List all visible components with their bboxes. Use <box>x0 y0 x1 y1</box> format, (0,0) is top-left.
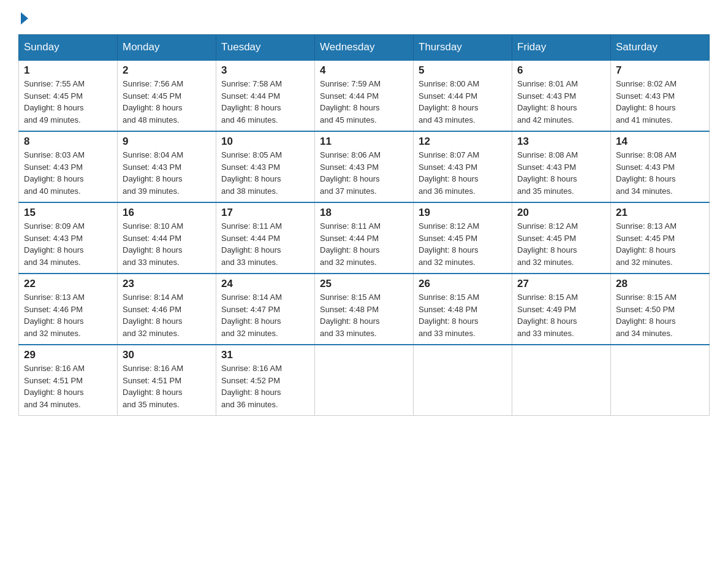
day-number: 26 <box>419 278 507 290</box>
day-info: Sunrise: 8:14 AMSunset: 4:46 PMDaylight:… <box>123 291 211 339</box>
day-info: Sunrise: 8:16 AMSunset: 4:51 PMDaylight:… <box>24 362 112 410</box>
day-info: Sunrise: 8:03 AMSunset: 4:43 PMDaylight:… <box>24 149 112 197</box>
calendar-cell: 24Sunrise: 8:14 AMSunset: 4:47 PMDayligh… <box>216 274 315 345</box>
calendar-cell: 8Sunrise: 8:03 AMSunset: 4:43 PMDaylight… <box>19 131 118 202</box>
day-number: 19 <box>419 207 507 219</box>
calendar-cell: 3Sunrise: 7:58 AMSunset: 4:44 PMDaylight… <box>216 60 315 131</box>
day-number: 14 <box>616 136 704 148</box>
day-number: 17 <box>221 207 309 219</box>
day-number: 6 <box>517 64 605 77</box>
calendar-cell: 17Sunrise: 8:11 AMSunset: 4:44 PMDayligh… <box>216 202 315 274</box>
day-number: 28 <box>616 278 704 290</box>
day-info: Sunrise: 8:16 AMSunset: 4:51 PMDaylight:… <box>123 362 211 410</box>
day-number: 16 <box>123 207 211 219</box>
calendar-cell: 31Sunrise: 8:16 AMSunset: 4:52 PMDayligh… <box>216 345 315 416</box>
day-number: 2 <box>123 64 211 77</box>
calendar-cell <box>414 345 512 416</box>
day-info: Sunrise: 8:07 AMSunset: 4:43 PMDaylight:… <box>419 149 507 197</box>
logo-arrow-icon <box>21 12 28 25</box>
day-number: 11 <box>320 136 408 148</box>
calendar-header-row: SundayMondayTuesdayWednesdayThursdayFrid… <box>19 35 710 61</box>
day-number: 30 <box>123 349 211 361</box>
day-number: 27 <box>517 278 605 290</box>
calendar-cell: 11Sunrise: 8:06 AMSunset: 4:43 PMDayligh… <box>315 131 414 202</box>
calendar-cell: 4Sunrise: 7:59 AMSunset: 4:44 PMDaylight… <box>315 60 414 131</box>
day-info: Sunrise: 7:58 AMSunset: 4:44 PMDaylight:… <box>221 78 309 126</box>
day-info: Sunrise: 8:00 AMSunset: 4:44 PMDaylight:… <box>419 78 507 126</box>
calendar-cell: 27Sunrise: 8:15 AMSunset: 4:49 PMDayligh… <box>512 274 611 345</box>
day-info: Sunrise: 8:12 AMSunset: 4:45 PMDaylight:… <box>419 220 507 268</box>
calendar-cell: 19Sunrise: 8:12 AMSunset: 4:45 PMDayligh… <box>414 202 512 274</box>
calendar-cell: 6Sunrise: 8:01 AMSunset: 4:43 PMDaylight… <box>512 60 611 131</box>
col-header-friday: Friday <box>512 35 611 61</box>
day-number: 31 <box>221 349 309 361</box>
logo-general-text <box>18 12 28 26</box>
day-info: Sunrise: 7:55 AMSunset: 4:45 PMDaylight:… <box>24 78 112 126</box>
day-info: Sunrise: 8:10 AMSunset: 4:44 PMDaylight:… <box>123 220 211 268</box>
day-info: Sunrise: 8:08 AMSunset: 4:43 PMDaylight:… <box>517 149 605 197</box>
day-number: 18 <box>320 207 408 219</box>
day-number: 9 <box>123 136 211 148</box>
calendar-cell <box>315 345 414 416</box>
day-info: Sunrise: 8:04 AMSunset: 4:43 PMDaylight:… <box>123 149 211 197</box>
calendar-cell: 30Sunrise: 8:16 AMSunset: 4:51 PMDayligh… <box>118 345 216 416</box>
day-number: 10 <box>221 136 309 148</box>
day-info: Sunrise: 8:06 AMSunset: 4:43 PMDaylight:… <box>320 149 408 197</box>
day-number: 12 <box>419 136 507 148</box>
calendar-week-row: 15Sunrise: 8:09 AMSunset: 4:43 PMDayligh… <box>19 202 710 274</box>
calendar-week-row: 29Sunrise: 8:16 AMSunset: 4:51 PMDayligh… <box>19 345 710 416</box>
day-info: Sunrise: 8:01 AMSunset: 4:43 PMDaylight:… <box>517 78 605 126</box>
calendar-cell: 29Sunrise: 8:16 AMSunset: 4:51 PMDayligh… <box>19 345 118 416</box>
header <box>18 12 710 23</box>
calendar-cell: 14Sunrise: 8:08 AMSunset: 4:43 PMDayligh… <box>611 131 710 202</box>
day-number: 23 <box>123 278 211 290</box>
day-info: Sunrise: 8:15 AMSunset: 4:49 PMDaylight:… <box>517 291 605 339</box>
calendar-week-row: 1Sunrise: 7:55 AMSunset: 4:45 PMDaylight… <box>19 60 710 131</box>
day-number: 29 <box>24 349 112 361</box>
calendar-cell: 7Sunrise: 8:02 AMSunset: 4:43 PMDaylight… <box>611 60 710 131</box>
calendar-week-row: 8Sunrise: 8:03 AMSunset: 4:43 PMDaylight… <box>19 131 710 202</box>
col-header-wednesday: Wednesday <box>315 35 414 61</box>
calendar-cell <box>611 345 710 416</box>
day-info: Sunrise: 8:09 AMSunset: 4:43 PMDaylight:… <box>24 220 112 268</box>
calendar-cell: 1Sunrise: 7:55 AMSunset: 4:45 PMDaylight… <box>19 60 118 131</box>
day-number: 7 <box>616 64 704 77</box>
day-info: Sunrise: 8:15 AMSunset: 4:48 PMDaylight:… <box>419 291 507 339</box>
day-number: 13 <box>517 136 605 148</box>
calendar-cell: 9Sunrise: 8:04 AMSunset: 4:43 PMDaylight… <box>118 131 216 202</box>
calendar-cell: 16Sunrise: 8:10 AMSunset: 4:44 PMDayligh… <box>118 202 216 274</box>
day-info: Sunrise: 7:56 AMSunset: 4:45 PMDaylight:… <box>123 78 211 126</box>
col-header-thursday: Thursday <box>414 35 512 61</box>
calendar-cell: 18Sunrise: 8:11 AMSunset: 4:44 PMDayligh… <box>315 202 414 274</box>
day-info: Sunrise: 8:08 AMSunset: 4:43 PMDaylight:… <box>616 149 704 197</box>
day-number: 1 <box>24 64 112 77</box>
calendar-cell <box>512 345 611 416</box>
calendar-cell: 23Sunrise: 8:14 AMSunset: 4:46 PMDayligh… <box>118 274 216 345</box>
calendar-cell: 25Sunrise: 8:15 AMSunset: 4:48 PMDayligh… <box>315 274 414 345</box>
day-info: Sunrise: 8:14 AMSunset: 4:47 PMDaylight:… <box>221 291 309 339</box>
calendar-cell: 13Sunrise: 8:08 AMSunset: 4:43 PMDayligh… <box>512 131 611 202</box>
calendar-cell: 21Sunrise: 8:13 AMSunset: 4:45 PMDayligh… <box>611 202 710 274</box>
calendar-cell: 5Sunrise: 8:00 AMSunset: 4:44 PMDaylight… <box>414 60 512 131</box>
col-header-sunday: Sunday <box>19 35 118 61</box>
day-info: Sunrise: 8:05 AMSunset: 4:43 PMDaylight:… <box>221 149 309 197</box>
day-info: Sunrise: 8:11 AMSunset: 4:44 PMDaylight:… <box>320 220 408 268</box>
calendar-cell: 2Sunrise: 7:56 AMSunset: 4:45 PMDaylight… <box>118 60 216 131</box>
calendar-cell: 22Sunrise: 8:13 AMSunset: 4:46 PMDayligh… <box>19 274 118 345</box>
day-number: 4 <box>320 64 408 77</box>
col-header-monday: Monday <box>118 35 216 61</box>
day-number: 22 <box>24 278 112 290</box>
day-number: 3 <box>221 64 309 77</box>
day-number: 21 <box>616 207 704 219</box>
calendar-cell: 12Sunrise: 8:07 AMSunset: 4:43 PMDayligh… <box>414 131 512 202</box>
day-number: 8 <box>24 136 112 148</box>
col-header-tuesday: Tuesday <box>216 35 315 61</box>
day-info: Sunrise: 8:02 AMSunset: 4:43 PMDaylight:… <box>616 78 704 126</box>
logo <box>18 12 28 23</box>
calendar-cell: 20Sunrise: 8:12 AMSunset: 4:45 PMDayligh… <box>512 202 611 274</box>
day-info: Sunrise: 8:13 AMSunset: 4:46 PMDaylight:… <box>24 291 112 339</box>
day-number: 5 <box>419 64 507 77</box>
calendar-cell: 10Sunrise: 8:05 AMSunset: 4:43 PMDayligh… <box>216 131 315 202</box>
calendar-week-row: 22Sunrise: 8:13 AMSunset: 4:46 PMDayligh… <box>19 274 710 345</box>
day-number: 15 <box>24 207 112 219</box>
